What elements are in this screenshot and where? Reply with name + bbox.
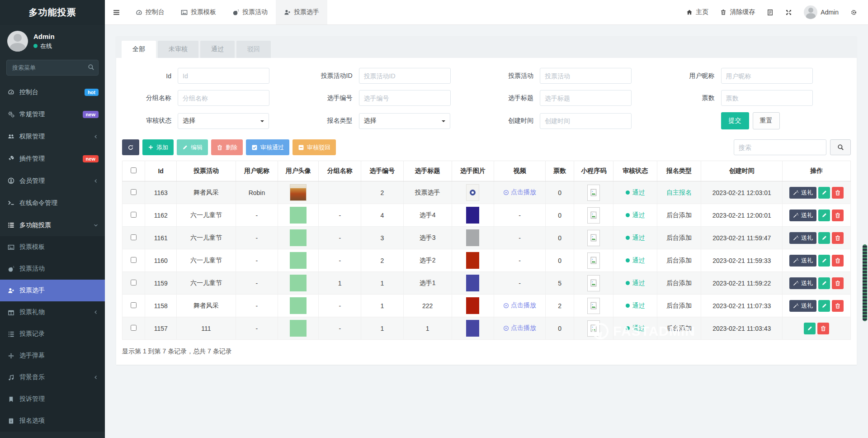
- activity-id-field[interactable]: [359, 68, 451, 84]
- clear-cache-link[interactable]: 清除缓存: [720, 8, 755, 16]
- status-select[interactable]: 选择: [178, 113, 269, 129]
- gift-button[interactable]: 送礼: [789, 277, 816, 289]
- number-field[interactable]: [359, 90, 451, 106]
- select-all-checkbox[interactable]: [131, 167, 137, 173]
- fullscreen-button[interactable]: [785, 9, 792, 16]
- edit-button[interactable]: 编辑: [177, 139, 208, 155]
- delete-row-button[interactable]: [817, 323, 829, 334]
- votes-field[interactable]: [721, 90, 813, 106]
- filter-tab-2[interactable]: 通过: [200, 41, 235, 58]
- sidebar-item-terminal[interactable]: 在线命令管理: [0, 192, 105, 214]
- sidebar-subitem-gift[interactable]: 投票礼物: [0, 301, 105, 323]
- id-field[interactable]: [178, 68, 269, 84]
- sidebar-subitem-complaint[interactable]: 投诉管理: [0, 388, 105, 410]
- gift-button[interactable]: 送礼: [789, 255, 816, 267]
- qrcode-broken-image-icon[interactable]: [587, 320, 600, 337]
- gift-button[interactable]: 送礼: [789, 300, 816, 312]
- edit-row-button[interactable]: [818, 255, 830, 267]
- user-avatar-image[interactable]: [290, 275, 307, 291]
- delete-row-button[interactable]: [832, 300, 844, 312]
- edit-row-button[interactable]: [818, 209, 830, 221]
- settings-button[interactable]: [850, 9, 857, 16]
- user-menu[interactable]: Admin: [804, 5, 839, 19]
- nav-tab-template[interactable]: 投票模板: [173, 0, 224, 24]
- sidebar-item-gears[interactable]: 常规管理new: [0, 103, 105, 125]
- row-checkbox[interactable]: [131, 189, 137, 195]
- scrollbar-thumb[interactable]: [863, 244, 867, 321]
- player-image[interactable]: [466, 320, 479, 337]
- qrcode-broken-image-icon[interactable]: [587, 252, 600, 269]
- qrcode-broken-image-icon[interactable]: [587, 275, 600, 291]
- reset-button[interactable]: 重置: [753, 112, 780, 129]
- search-icon[interactable]: [88, 64, 94, 72]
- nav-tab-dashboard[interactable]: 控制台: [127, 0, 173, 24]
- nickname-field[interactable]: [721, 68, 813, 84]
- video-play-link[interactable]: 点击播放: [503, 324, 536, 332]
- table-search-input[interactable]: [734, 139, 826, 155]
- add-button[interactable]: 添加: [142, 139, 174, 155]
- user-avatar-image[interactable]: [290, 320, 307, 337]
- nav-tab-player[interactable]: 投票选手: [276, 0, 327, 24]
- submit-button[interactable]: 提交: [721, 112, 749, 129]
- sidebar-subitem-activity[interactable]: 投票活动: [0, 258, 105, 280]
- hamburger-icon[interactable]: [105, 0, 127, 24]
- player-image[interactable]: [466, 297, 479, 314]
- menu-search-input[interactable]: [6, 60, 99, 76]
- row-checkbox[interactable]: [131, 280, 137, 286]
- gift-button[interactable]: 送礼: [789, 187, 816, 199]
- delete-row-button[interactable]: [832, 232, 844, 244]
- player-image[interactable]: [466, 184, 479, 201]
- row-checkbox[interactable]: [131, 257, 137, 263]
- row-checkbox[interactable]: [131, 302, 137, 308]
- qrcode-broken-image-icon[interactable]: [587, 185, 600, 201]
- created-field[interactable]: [540, 113, 632, 129]
- edit-row-button[interactable]: [818, 300, 830, 312]
- filter-tab-3[interactable]: 驳回: [236, 41, 271, 58]
- sidebar-item-rocket[interactable]: 插件管理new: [0, 148, 105, 170]
- player-image[interactable]: [466, 252, 479, 269]
- user-avatar-image[interactable]: [290, 229, 307, 246]
- video-play-link[interactable]: 点击播放: [503, 188, 536, 196]
- qrcode-broken-image-icon[interactable]: [587, 230, 600, 246]
- filter-tab-0[interactable]: 全部: [122, 41, 156, 58]
- nav-tab-activity[interactable]: 投票活动: [224, 0, 276, 24]
- approve-button[interactable]: 审核通过: [246, 139, 289, 155]
- sidebar-item-list[interactable]: 多功能投票: [0, 214, 105, 236]
- row-checkbox[interactable]: [131, 325, 137, 331]
- sidebar-item-dashboard[interactable]: 控制台hot: [0, 81, 105, 103]
- qrcode-broken-image-icon[interactable]: [587, 207, 600, 224]
- sidebar-subitem-player[interactable]: 投票选手: [0, 280, 105, 301]
- user-avatar-image[interactable]: [290, 252, 307, 269]
- user-avatar-image[interactable]: [290, 184, 307, 201]
- video-play-link[interactable]: 点击播放: [503, 301, 536, 309]
- player-image[interactable]: [466, 207, 479, 224]
- group-field[interactable]: [178, 90, 269, 106]
- type-select[interactable]: 选择: [359, 113, 450, 129]
- delete-row-button[interactable]: [832, 187, 844, 199]
- delete-row-button[interactable]: [832, 209, 844, 221]
- qrcode-broken-image-icon[interactable]: [587, 298, 600, 314]
- language-button[interactable]: [767, 9, 774, 16]
- sidebar-subitem-records[interactable]: 投票记录: [0, 323, 105, 345]
- sidebar-subitem-music[interactable]: 背景音乐: [0, 367, 105, 388]
- row-checkbox[interactable]: [131, 212, 137, 218]
- sidebar-item-users[interactable]: 权限管理: [0, 125, 105, 148]
- gift-button[interactable]: 送礼: [789, 209, 816, 221]
- user-avatar-image[interactable]: [290, 207, 307, 224]
- sidebar-subitem-template[interactable]: 投票模板: [0, 236, 105, 258]
- player-image[interactable]: [466, 229, 479, 246]
- gift-button[interactable]: 送礼: [789, 232, 816, 244]
- delete-button[interactable]: 删除: [211, 139, 243, 155]
- reject-button[interactable]: 审核驳回: [292, 139, 336, 155]
- row-checkbox[interactable]: [131, 234, 137, 240]
- edit-row-button[interactable]: [818, 232, 830, 244]
- home-link[interactable]: 主页: [686, 8, 708, 16]
- sidebar-subitem-signup[interactable]: 报名选项: [0, 410, 105, 432]
- filter-tab-1[interactable]: 未审核: [158, 41, 198, 58]
- sidebar-subitem-danmaku[interactable]: 选手弹幕: [0, 345, 105, 367]
- edit-row-button[interactable]: [804, 323, 816, 334]
- activity-field[interactable]: [540, 68, 632, 84]
- table-search-button[interactable]: [830, 139, 851, 155]
- delete-row-button[interactable]: [832, 255, 844, 267]
- user-avatar-image[interactable]: [290, 297, 307, 314]
